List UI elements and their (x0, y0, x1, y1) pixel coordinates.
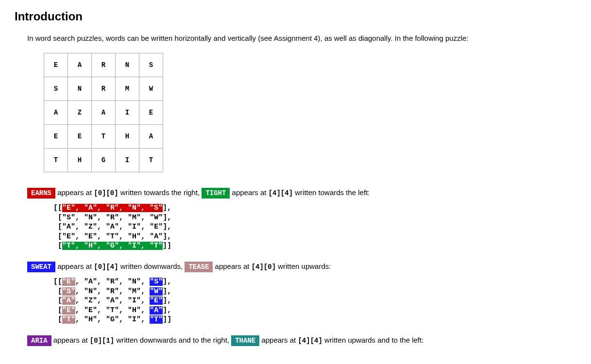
statement-sweat-tease: SWEAT appears at [0][4] written downward… (27, 261, 576, 272)
statement-earns-tight: EARNS appears at [0][0] written towards … (27, 187, 576, 199)
statement-aria-thane: ARIA appears at [0][1] written downwards… (27, 334, 576, 346)
grid-cell: H (68, 149, 92, 172)
grid-cell: T (44, 149, 68, 172)
page-title: Introduction (15, 10, 576, 23)
grid-cell: T (139, 149, 163, 172)
grid-cell: G (92, 149, 116, 172)
grid-cell: E (44, 125, 68, 149)
grid-cell: E (68, 125, 92, 149)
grid-cell: R (92, 53, 116, 77)
grid-cell: E (139, 101, 163, 125)
grid-cell: R (92, 77, 116, 101)
grid-cell: A (92, 101, 116, 125)
grid-cell: S (44, 77, 68, 101)
code-block-1: [["E", "A", "R", "N", "S"], ["S", "N", "… (53, 203, 576, 251)
grid-cell: A (139, 125, 163, 149)
grid-cell: N (116, 53, 139, 77)
badge-tease: TEASE (185, 262, 213, 272)
grid-cell: H (116, 125, 139, 149)
badge-aria: ARIA (27, 335, 51, 346)
grid-cell: N (68, 77, 92, 101)
puzzle-grid: EARNSSNRMWAZAIEEETHATHGIT (44, 53, 576, 172)
grid-cell: S (139, 53, 163, 77)
badge-earns: EARNS (27, 188, 55, 199)
badge-tight: TIGHT (202, 188, 230, 199)
grid-cell: Z (68, 101, 92, 125)
grid-cell: W (139, 77, 163, 101)
grid-cell: A (44, 101, 68, 125)
grid-cell: A (68, 53, 92, 77)
code-block-2: [["E", "A", "R", "N", "S"], ["S", "N", "… (53, 277, 576, 325)
grid-cell: I (116, 149, 139, 172)
grid-cell: M (116, 77, 139, 101)
badge-thane: THANE (231, 335, 259, 346)
intro-paragraph: In word search puzzles, words can be wri… (27, 33, 576, 43)
grid-cell: I (116, 101, 139, 125)
grid-cell: E (44, 53, 68, 77)
badge-sweat: SWEAT (27, 262, 55, 272)
grid-cell: T (92, 125, 116, 149)
